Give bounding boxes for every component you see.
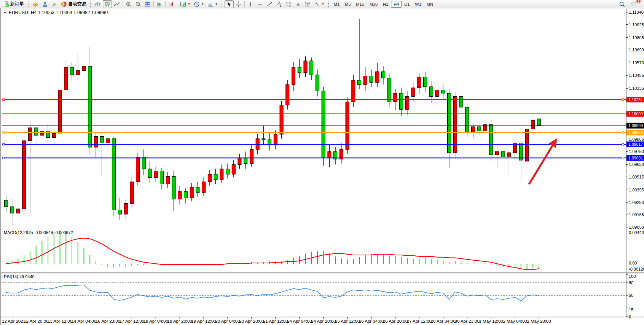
time-axis-label[interactable]: 18 Apr 20:00 bbox=[167, 319, 192, 323]
symbol-ohlc-text: EURUSD-,H4 1.10053 1.10064 1.09982 1.099… bbox=[9, 10, 108, 15]
line-chart-mode-button[interactable] bbox=[112, 0, 121, 8]
market-watch-button[interactable] bbox=[31, 0, 40, 8]
time-axis-label[interactable]: 13 Apr 12:00 bbox=[48, 319, 72, 323]
time-axis-label[interactable]: 25 Apr 12:00 bbox=[335, 319, 360, 323]
pivot-line-orange-handle-right[interactable] bbox=[622, 132, 624, 134]
toolbar-grip[interactable] bbox=[328, 1, 329, 7]
pane-separator[interactable] bbox=[1, 229, 644, 229]
tile-windows-button[interactable] bbox=[143, 0, 152, 8]
time-axis-label[interactable]: 21 Apr 12:00 bbox=[263, 319, 288, 323]
pane-separator[interactable] bbox=[1, 274, 644, 274]
candle bbox=[64, 67, 68, 90]
pivot-line-orange-handle-left[interactable] bbox=[3, 132, 5, 134]
arrows-tool-button[interactable]: ▼ bbox=[312, 0, 326, 8]
resistance-line-upper-handle-right[interactable] bbox=[622, 99, 624, 100]
vertical-line-tool-button[interactable] bbox=[246, 0, 255, 8]
bar-chart-mode-button[interactable] bbox=[93, 0, 102, 8]
horizontal-line-tool-button[interactable] bbox=[255, 0, 265, 8]
timeframe-d1[interactable]: D1 bbox=[402, 1, 412, 8]
time-axis-label[interactable]: 20 Apr 04:00 bbox=[215, 319, 240, 323]
candle bbox=[46, 131, 50, 137]
candle bbox=[405, 96, 409, 109]
timeframe-m1[interactable]: M1 bbox=[331, 1, 342, 8]
time-axis-label[interactable]: 24 Apr 04:00 bbox=[287, 319, 312, 323]
chart-dropdown-icon[interactable]: ▼ bbox=[3, 11, 6, 14]
toolbar-grip[interactable] bbox=[27, 1, 29, 7]
crosshair-tool-button[interactable] bbox=[234, 0, 243, 8]
timeframe-m30[interactable]: M30 bbox=[367, 1, 380, 8]
time-axis-label[interactable]: 28 Apr 04:00 bbox=[431, 319, 456, 323]
timeframe-m15[interactable]: M15 bbox=[353, 1, 367, 8]
pane-separator[interactable] bbox=[1, 230, 644, 230]
search-button[interactable] bbox=[617, 0, 626, 8]
current-price-line-badge-label: 1.09990 bbox=[628, 123, 643, 128]
candle bbox=[381, 72, 385, 78]
time-axis-label[interactable]: 12 Apr 20:00 bbox=[24, 319, 48, 323]
bar-chart-icon bbox=[95, 1, 101, 7]
support-line-lower-handle-left[interactable] bbox=[3, 157, 5, 159]
candle-chart-mode-button[interactable] bbox=[103, 0, 112, 8]
time-axis-label[interactable]: 12 Apr 2023 bbox=[2, 319, 26, 323]
channel-tool-button[interactable]: E bbox=[274, 0, 284, 8]
text-label-tool-button[interactable]: T bbox=[303, 0, 312, 8]
rsi-axis-label: 0 bbox=[629, 314, 631, 319]
profile-button[interactable] bbox=[40, 0, 49, 8]
macd-label: MACD(12,26,9) -0.000549 -0.000672 bbox=[4, 230, 73, 235]
candle bbox=[214, 174, 217, 180]
timeframe-w1[interactable]: W1 bbox=[412, 1, 424, 8]
time-axis-label[interactable]: 1 May 12:00 bbox=[479, 319, 503, 323]
time-axis-label[interactable]: 16 Apr 23:00 bbox=[96, 319, 120, 323]
timeframe-h1[interactable]: H1 bbox=[380, 1, 391, 8]
text-tool-button[interactable]: A bbox=[293, 0, 303, 8]
candle bbox=[435, 90, 439, 96]
autotrade-button[interactable]: 自动交易 bbox=[59, 0, 88, 8]
time-axis-label[interactable]: 17 Apr 12:00 bbox=[120, 319, 144, 323]
time-axis-label[interactable]: 19 Apr 12:00 bbox=[191, 319, 216, 323]
time-axis-label[interactable]: 18 Apr 04:00 bbox=[143, 319, 168, 323]
timeframe-m5[interactable]: M5 bbox=[342, 1, 353, 8]
rsi-axis-label: 80 bbox=[629, 280, 633, 285]
tile-windows-icon bbox=[145, 1, 151, 7]
timeframe-mn[interactable]: MN bbox=[424, 1, 436, 8]
timeframe-h4[interactable]: H4 bbox=[391, 1, 402, 8]
zoom-in-button[interactable] bbox=[124, 0, 133, 8]
rsi-label: RSI(14) 49.9440 bbox=[4, 274, 35, 279]
templates-button[interactable]: ▼ bbox=[206, 0, 219, 8]
cursor-tool-button[interactable] bbox=[225, 0, 234, 8]
signals-button[interactable] bbox=[50, 0, 59, 8]
time-axis-label[interactable]: 24 Apr 20:00 bbox=[311, 319, 336, 323]
time-axis-label[interactable]: 20 Apr 20:00 bbox=[239, 319, 264, 323]
resistance-line-upper-handle-left[interactable] bbox=[3, 99, 5, 100]
trendline-tool-button[interactable] bbox=[265, 0, 274, 8]
notifications-button[interactable]: 1 bbox=[630, 0, 639, 8]
time-axis-label[interactable]: 27 Apr 12:00 bbox=[407, 319, 432, 323]
chart-shift-button[interactable] bbox=[167, 0, 176, 8]
support-line-upper-handle-right[interactable] bbox=[622, 143, 624, 145]
support-line-lower-handle-right[interactable] bbox=[622, 157, 624, 159]
candle bbox=[76, 70, 80, 75]
time-axis-label[interactable]: 2 May 04:00 bbox=[503, 319, 527, 323]
time-axis-label[interactable]: 30 Apr 23:00 bbox=[455, 319, 480, 323]
zoom-out-button[interactable] bbox=[134, 0, 143, 8]
candle bbox=[477, 127, 481, 131]
market-watch-icon bbox=[32, 1, 38, 7]
candle bbox=[28, 128, 32, 141]
candle bbox=[124, 204, 128, 214]
new-order-button[interactable]: 新订单 bbox=[2, 0, 26, 8]
toolbar-grip[interactable] bbox=[221, 1, 223, 7]
time-axis-label[interactable]: 26 Apr 20:00 bbox=[383, 319, 408, 323]
periods-button[interactable]: ▼ bbox=[192, 0, 206, 8]
indicators-button[interactable]: ▼ bbox=[179, 0, 192, 8]
time-axis-label[interactable]: 2 May 20:00 bbox=[527, 319, 551, 323]
chart-canvas[interactable]: MACD(12,26,9) -0.000549 -0.000672RSI(14)… bbox=[1, 8, 644, 325]
pane-separator[interactable] bbox=[1, 272, 644, 273]
time-axis-label[interactable]: 26 Apr 04:00 bbox=[359, 319, 384, 323]
fibonacci-tool-button[interactable]: F bbox=[284, 0, 293, 8]
time-axis-label[interactable]: 14 Apr 04:00 bbox=[72, 319, 96, 323]
chart-ohlc-title[interactable]: ▼ EURUSD-,H4 1.10053 1.10064 1.09982 1.0… bbox=[3, 10, 108, 15]
macd-axis-label: 0.00 bbox=[629, 261, 637, 265]
auto-scroll-button[interactable] bbox=[155, 0, 164, 8]
toolbar-grip[interactable] bbox=[90, 1, 91, 7]
support-line-upper-handle-left[interactable] bbox=[3, 143, 5, 145]
svg-text:T: T bbox=[306, 2, 309, 6]
